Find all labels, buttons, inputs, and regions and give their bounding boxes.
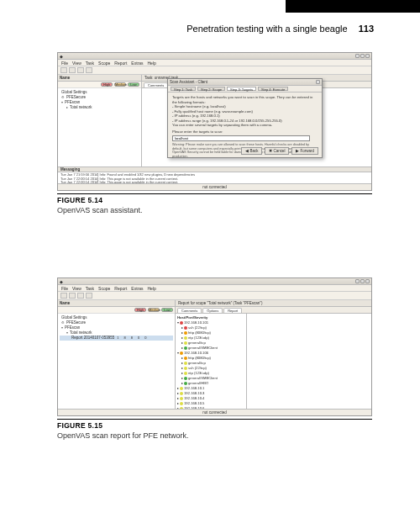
menu-view[interactable]: View [72,61,81,65]
dialog-text: You can enter several targets by separat… [172,123,318,128]
bug-icon [184,382,187,385]
tab-comments[interactable]: Comments [144,82,168,87]
left-pane-header: Name [58,75,141,82]
cancel-icon: ✖ [269,149,272,153]
dialog-prompt: Please enter the targets to scan: [172,130,318,135]
openvas-window-1: ◆ File View Task Scope Report Extras Hel… [57,52,372,191]
menubar: File View Task Scope Report Extras Help [58,60,371,66]
minimize-button[interactable] [355,54,360,58]
right-tabs: Comments Options Report [176,307,371,314]
bug-icon [180,402,183,405]
dialog-step-tabs: Step 1: Task Step 2: Scope Step 3: Targe… [168,86,322,92]
severity-low[interactable]: Low [128,82,139,87]
menu-task[interactable]: Task [86,61,94,65]
maximize-button[interactable] [360,54,365,58]
toolbar [58,292,371,300]
statusbar: not connected [58,183,371,190]
report-tree: Host/Port/Severity ▾192.168.10.101 ▸ssh … [176,314,247,416]
report-detail-pane [247,314,371,416]
severity-medium[interactable]: Medium [114,82,126,87]
report-counts: 1 8 8 0 0 [117,336,146,341]
messaging-pane: Messaging Tue Jan 7 21:59:56 2014] Info:… [58,166,371,183]
bug-icon [184,357,187,360]
dialog-close-button[interactable] [316,80,320,84]
targets-input[interactable] [172,135,310,141]
tab-report[interactable]: Report [223,308,242,313]
severity-high[interactable]: High [134,308,146,312]
figure-rule [57,193,372,194]
severity-filter-row: High Medium Low [58,307,175,314]
step-3-tab[interactable]: Step 3: Targets [227,87,256,91]
close-button[interactable] [365,279,370,283]
page-header: Penetration testing with a single beagle… [186,24,374,34]
dialog-titlebar: Scan Assistant - Client [168,79,322,86]
bug-icon [184,341,187,345]
triangle-icon: ▾ [61,100,63,105]
menu-report[interactable]: Report [114,61,127,65]
report-name: Report 20140107-053955 [71,336,114,341]
bug-icon [184,346,187,350]
bug-icon [180,352,183,355]
close-button[interactable] [365,54,370,58]
left-pane: Name High Medium Low Global Settings ⚙PF… [58,75,142,166]
name-column: Name [60,301,70,305]
figure-5-15: ◆ File View Task Scope Report Extras Hel… [57,278,372,440]
tab-comments[interactable]: Comments [177,308,202,313]
toolbar-button[interactable] [69,67,76,73]
toolbar-button[interactable] [86,67,92,73]
menu-report[interactable]: Report [114,286,127,290]
severity-low[interactable]: Low [161,308,173,312]
figure-caption: OpenVAS scan assistant. [57,206,372,214]
toolbar-button[interactable] [77,293,84,299]
severity-high[interactable]: High [101,82,113,87]
scope-tree: Global Settings ⚙PFESecure ▾PFEscan ▾Tot… [58,314,175,409]
menu-extras[interactable]: Extras [131,286,143,290]
window-titlebar: ◆ [58,53,371,60]
tab-options[interactable]: Options [202,308,223,313]
menu-file[interactable]: File [61,286,68,290]
forward-button[interactable]: ▶Forward [291,147,318,155]
bug-icon [184,326,187,330]
bug-icon [180,392,183,395]
minimize-button[interactable] [355,279,360,283]
bug-icon [184,331,187,335]
menu-file[interactable]: File [61,61,68,65]
maximize-button[interactable] [360,279,365,283]
scope-tree: Global Settings ⚙PFESecure ▾PFEscan ▸Tot… [58,88,141,166]
severity-filter-row: High Medium Low [58,82,141,88]
menu-view[interactable]: View [72,286,81,290]
tree-report[interactable]: Report 20140107-053955 1 8 8 0 0 [60,336,173,341]
severity-medium[interactable]: Medium [148,308,160,312]
tree-child[interactable]: ▸Total network [60,105,139,110]
toolbar-button[interactable] [77,67,84,73]
menu-extras[interactable]: Extras [131,61,143,65]
figure-label: FIGURE 5.14 [57,196,372,204]
dialog-text: Targets are the hosts and networks you w… [172,95,318,104]
header-title: Penetration testing with a single beagle [186,24,347,34]
toolbar-button[interactable] [60,67,67,73]
triangle-icon: ▸ [66,105,68,110]
bug-icon [184,372,187,375]
menu-scope[interactable]: Scope [98,286,110,290]
toolbar-button[interactable] [86,293,92,299]
scan-assistant-dialog: Scan Assistant - Client Step 1: Task Ste… [167,78,323,158]
bug-icon [184,377,187,380]
right-pane-header: Report for scope "Total network" (Task "… [176,300,371,307]
bug-icon [180,321,183,325]
bug-icon [180,387,183,390]
toolbar-button[interactable] [69,293,76,299]
triangle-icon: ▾ [61,325,63,330]
back-button[interactable]: ◀Back [241,147,262,155]
step-2-tab[interactable]: Step 2: Scope [197,87,225,91]
menu-task[interactable]: Task [86,286,94,290]
step-4-tab[interactable]: Step 4: Execute [258,87,288,91]
toolbar [58,66,371,75]
cancel-button[interactable]: ✖Cancel [265,147,289,155]
figure-rule [57,419,372,420]
toolbar-button[interactable] [60,293,67,299]
menu-help[interactable]: Help [147,286,155,290]
step-1-tab[interactable]: Step 1: Task [171,87,196,91]
header-accent-bar [286,0,420,13]
menu-help[interactable]: Help [147,61,155,65]
menu-scope[interactable]: Scope [98,61,110,65]
